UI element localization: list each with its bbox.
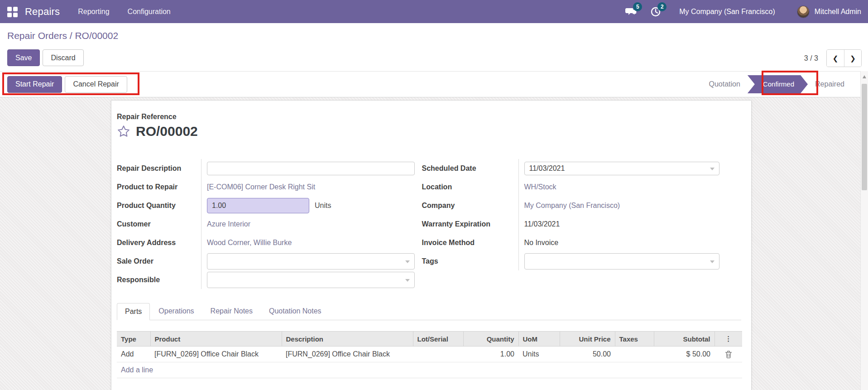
state-quotation[interactable]: Quotation bbox=[702, 80, 746, 88]
company-switcher[interactable]: My Company (San Francisco) bbox=[679, 8, 775, 16]
col-lot-serial[interactable]: Lot/Serial bbox=[413, 332, 463, 347]
cell-type[interactable]: Add bbox=[117, 347, 150, 362]
breadcrumb[interactable]: Repair Orders / RO/00002 bbox=[7, 30, 118, 41]
control-panel: Repair Orders / RO/00002 Save Discard 3 … bbox=[0, 23, 868, 71]
cell-description[interactable]: [FURN_0269] Office Chair Black bbox=[282, 347, 413, 362]
messages-badge: 5 bbox=[633, 2, 642, 11]
state-confirmed[interactable]: Confirmed bbox=[748, 75, 808, 93]
label-customer: Customer bbox=[117, 215, 201, 233]
product-quantity-input[interactable] bbox=[207, 198, 309, 213]
table-row[interactable]: Add [FURN_0269] Office Chair Black [FURN… bbox=[117, 347, 742, 362]
vertical-scrollbar[interactable] bbox=[860, 71, 868, 390]
add-line-row[interactable]: Add a line bbox=[117, 362, 742, 378]
col-description[interactable]: Description bbox=[282, 332, 413, 347]
sale-order-input[interactable] bbox=[207, 253, 415, 270]
repair-description-input[interactable] bbox=[207, 162, 415, 175]
col-product[interactable]: Product bbox=[150, 332, 282, 347]
menu-configuration[interactable]: Configuration bbox=[128, 8, 171, 16]
menu-reporting[interactable]: Reporting bbox=[78, 8, 109, 16]
reference-label: Repair Reference bbox=[117, 113, 741, 121]
state-repaired[interactable]: Repaired bbox=[809, 80, 851, 88]
invoice-method-value: No Invoice bbox=[524, 239, 559, 247]
col-quantity[interactable]: Quantity bbox=[463, 332, 518, 347]
tab-repair-notes[interactable]: Repair Notes bbox=[203, 303, 260, 320]
label-product-quantity: Product Quantity bbox=[117, 196, 201, 215]
label-delivery-address: Delivery Address bbox=[117, 233, 201, 252]
label-warranty-expiration: Warranty Expiration bbox=[422, 215, 518, 233]
activities-badge: 2 bbox=[657, 2, 667, 11]
delivery-address-link[interactable]: Wood Corner, Willie Burke bbox=[207, 239, 292, 247]
pager-value: 3 / 3 bbox=[804, 54, 818, 63]
notebook-tabs: Parts Operations Repair Notes Quotation … bbox=[117, 303, 741, 320]
label-scheduled-date: Scheduled Date bbox=[422, 159, 518, 178]
activities-icon[interactable]: 2 bbox=[649, 5, 662, 18]
company-link[interactable]: My Company (San Francisco) bbox=[524, 202, 620, 210]
table-header-row: Type Product Description Lot/Serial Quan… bbox=[117, 332, 742, 347]
user-menu[interactable]: Mitchell Admin bbox=[815, 8, 861, 16]
breadcrumb-record: RO/00002 bbox=[75, 30, 118, 41]
add-line-link[interactable]: Add a line bbox=[117, 362, 742, 378]
scrollbar-thumb[interactable] bbox=[862, 84, 867, 190]
save-button[interactable]: Save bbox=[7, 49, 40, 66]
col-type[interactable]: Type bbox=[117, 332, 150, 347]
quantity-uom-suffix: Units bbox=[315, 202, 331, 210]
label-location: Location bbox=[422, 178, 518, 196]
tab-quotation-notes[interactable]: Quotation Notes bbox=[261, 303, 329, 320]
optional-columns-icon[interactable]: ⋮ bbox=[715, 332, 742, 347]
content-background: Repair Reference RO/00002 Repair Descrip… bbox=[0, 97, 868, 390]
label-company: Company bbox=[422, 196, 518, 215]
cancel-repair-button[interactable]: Cancel Repair bbox=[65, 76, 127, 93]
cell-taxes[interactable] bbox=[615, 347, 654, 362]
record-title: RO/00002 bbox=[136, 124, 198, 139]
app-name[interactable]: Repairs bbox=[25, 6, 60, 18]
label-tags: Tags bbox=[422, 252, 518, 270]
label-responsible: Responsible bbox=[117, 270, 201, 289]
label-repair-description: Repair Description bbox=[117, 159, 201, 178]
label-sale-order: Sale Order bbox=[117, 252, 201, 270]
responsible-input[interactable] bbox=[207, 272, 415, 288]
favorite-star-icon[interactable] bbox=[117, 125, 130, 138]
customer-link[interactable]: Azure Interior bbox=[207, 220, 250, 228]
location-link[interactable]: WH/Stock bbox=[524, 183, 556, 191]
cell-unit-price[interactable]: 50.00 bbox=[560, 347, 615, 362]
apps-menu-icon[interactable] bbox=[7, 7, 17, 17]
col-subtotal[interactable]: Subtotal bbox=[654, 332, 715, 347]
label-invoice-method: Invoice Method bbox=[422, 233, 518, 252]
tab-operations[interactable]: Operations bbox=[151, 303, 201, 320]
scheduled-date-input[interactable] bbox=[524, 162, 720, 175]
col-taxes[interactable]: Taxes bbox=[615, 332, 654, 347]
breadcrumb-section[interactable]: Repair Orders bbox=[7, 30, 67, 41]
pager-previous-button[interactable]: ❮ bbox=[827, 50, 844, 67]
breadcrumb-separator: / bbox=[67, 30, 75, 41]
tab-parts[interactable]: Parts bbox=[117, 303, 150, 320]
cell-lot-serial[interactable] bbox=[413, 347, 463, 362]
col-uom[interactable]: UoM bbox=[518, 332, 560, 347]
form-sheet: Repair Reference RO/00002 Repair Descrip… bbox=[111, 100, 752, 390]
pager-next-button[interactable]: ❯ bbox=[844, 50, 861, 67]
user-avatar[interactable] bbox=[797, 5, 810, 18]
start-repair-button[interactable]: Start Repair bbox=[7, 76, 62, 93]
delete-row-icon[interactable] bbox=[725, 351, 732, 358]
top-navbar: Repairs Reporting Configuration 5 2 My C… bbox=[0, 0, 868, 23]
cell-product[interactable]: [FURN_0269] Office Chair Black bbox=[150, 347, 282, 362]
cell-subtotal: $ 50.00 bbox=[654, 347, 715, 362]
col-unit-price[interactable]: Unit Price bbox=[560, 332, 615, 347]
parts-table: Type Product Description Lot/Serial Quan… bbox=[117, 331, 742, 378]
label-product-to-repair: Product to Repair bbox=[117, 178, 201, 196]
discard-button[interactable]: Discard bbox=[43, 49, 83, 66]
warranty-expiration-value: 11/03/2021 bbox=[524, 220, 560, 228]
form-fields: Repair Description Product to Repair [E-… bbox=[117, 159, 741, 289]
tags-input[interactable] bbox=[524, 253, 720, 270]
cell-uom[interactable]: Units bbox=[518, 347, 560, 362]
statusbar: Start Repair Cancel Repair Quotation Con… bbox=[0, 71, 868, 97]
cell-quantity[interactable]: 1.00 bbox=[463, 347, 518, 362]
product-to-repair-link[interactable]: [E-COM06] Corner Desk Right Sit bbox=[207, 183, 315, 191]
messages-icon[interactable]: 5 bbox=[625, 5, 638, 18]
scroll-up-icon[interactable] bbox=[863, 75, 866, 78]
